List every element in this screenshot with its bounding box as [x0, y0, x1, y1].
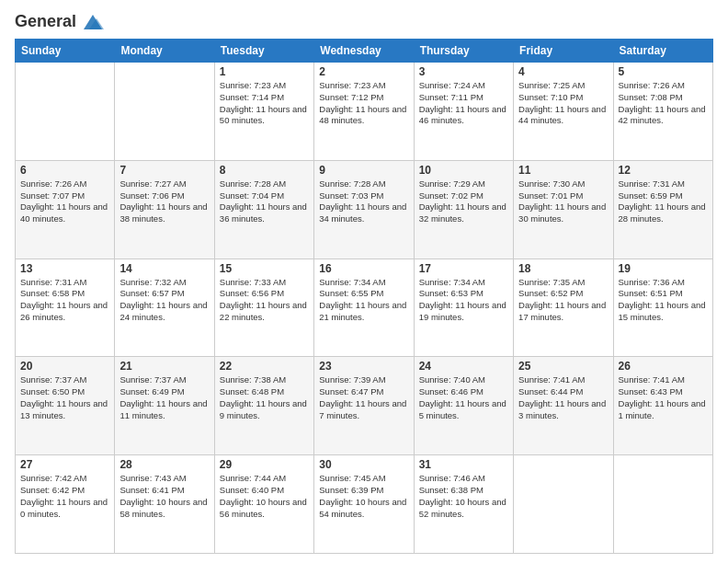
daylight-text: Daylight: 11 hours and 34 minutes.: [319, 201, 406, 224]
sunrise-text: Sunrise: 7:41 AM: [518, 374, 585, 385]
daylight-text: Daylight: 11 hours and 46 minutes.: [419, 104, 506, 126]
day-number: 15: [220, 262, 309, 275]
daylight-text: Daylight: 11 hours and 3 minutes.: [518, 398, 606, 420]
calendar-week-2: 6 Sunrise: 7:26 AM Sunset: 7:07 PM Dayli…: [16, 160, 713, 259]
calendar-week-4: 20 Sunrise: 7:37 AM Sunset: 6:50 PM Dayl…: [16, 357, 713, 455]
calendar-cell: 22 Sunrise: 7:38 AM Sunset: 6:48 PM Dayl…: [214, 357, 313, 455]
calendar-cell: 13 Sunrise: 7:31 AM Sunset: 6:58 PM Dayl…: [16, 259, 115, 357]
calendar-table: SundayMondayTuesdayWednesdayThursdayFrid…: [15, 39, 713, 554]
sunset-text: Sunset: 7:07 PM: [20, 190, 85, 201]
sunrise-text: Sunrise: 7:33 AM: [220, 277, 286, 287]
weekday-header-tuesday: Tuesday: [214, 40, 313, 63]
sunset-text: Sunset: 6:58 PM: [20, 288, 85, 298]
day-number: 26: [619, 360, 708, 373]
day-info: Sunrise: 7:23 AM Sunset: 7:12 PM Dayligh…: [319, 80, 408, 127]
sunset-text: Sunset: 6:48 PM: [220, 386, 284, 396]
sunset-text: Sunset: 7:14 PM: [220, 92, 284, 102]
sunrise-text: Sunrise: 7:23 AM: [220, 80, 286, 90]
sunset-text: Sunset: 6:39 PM: [319, 485, 383, 495]
day-info: Sunrise: 7:26 AM Sunset: 7:07 PM Dayligh…: [20, 178, 109, 225]
calendar-body: 1 Sunrise: 7:23 AM Sunset: 7:14 PM Dayli…: [16, 63, 713, 554]
calendar-cell: 20 Sunrise: 7:37 AM Sunset: 6:50 PM Dayl…: [16, 357, 115, 455]
daylight-text: Daylight: 11 hours and 30 minutes.: [518, 201, 606, 224]
sunset-text: Sunset: 7:03 PM: [319, 190, 383, 201]
sunrise-text: Sunrise: 7:25 AM: [518, 80, 585, 90]
calendar-cell: 10 Sunrise: 7:29 AM Sunset: 7:02 PM Dayl…: [414, 160, 513, 259]
calendar-cell: 28 Sunrise: 7:43 AM Sunset: 6:41 PM Dayl…: [115, 455, 214, 554]
sunrise-text: Sunrise: 7:37 AM: [20, 374, 86, 385]
daylight-text: Daylight: 11 hours and 42 minutes.: [619, 104, 706, 126]
calendar-cell: 21 Sunrise: 7:37 AM Sunset: 6:49 PM Dayl…: [115, 357, 214, 455]
calendar-cell: 9 Sunrise: 7:28 AM Sunset: 7:03 PM Dayli…: [314, 160, 414, 259]
calendar-cell: 18 Sunrise: 7:35 AM Sunset: 6:52 PM Dayl…: [514, 259, 613, 357]
day-number: 29: [220, 458, 309, 471]
day-number: 13: [20, 262, 109, 275]
day-info: Sunrise: 7:25 AM Sunset: 7:10 PM Dayligh…: [518, 80, 608, 127]
daylight-text: Daylight: 10 hours and 56 minutes.: [220, 497, 307, 519]
sunset-text: Sunset: 6:59 PM: [619, 190, 683, 201]
calendar-cell: 31 Sunrise: 7:46 AM Sunset: 6:38 PM Dayl…: [414, 455, 513, 554]
day-number: 28: [119, 458, 209, 471]
day-number: 16: [319, 262, 408, 275]
sunrise-text: Sunrise: 7:24 AM: [419, 80, 485, 90]
calendar-cell: 19 Sunrise: 7:36 AM Sunset: 6:51 PM Dayl…: [613, 259, 712, 357]
sunrise-text: Sunrise: 7:26 AM: [20, 178, 86, 189]
daylight-text: Daylight: 11 hours and 22 minutes.: [220, 300, 307, 322]
sunset-text: Sunset: 6:50 PM: [20, 386, 85, 396]
daylight-text: Daylight: 11 hours and 0 minutes.: [20, 497, 108, 519]
calendar-cell: 17 Sunrise: 7:34 AM Sunset: 6:53 PM Dayl…: [414, 259, 513, 357]
sunset-text: Sunset: 6:49 PM: [119, 386, 184, 396]
daylight-text: Daylight: 10 hours and 54 minutes.: [319, 497, 406, 519]
day-number: 30: [319, 458, 408, 471]
daylight-text: Daylight: 11 hours and 19 minutes.: [419, 300, 506, 322]
sunset-text: Sunset: 6:52 PM: [518, 288, 583, 298]
daylight-text: Daylight: 11 hours and 17 minutes.: [518, 300, 606, 322]
sunset-text: Sunset: 7:08 PM: [619, 92, 683, 102]
weekday-header-thursday: Thursday: [414, 40, 513, 63]
daylight-text: Daylight: 11 hours and 38 minutes.: [119, 201, 207, 224]
calendar-cell: [613, 455, 712, 554]
calendar-cell: 3 Sunrise: 7:24 AM Sunset: 7:11 PM Dayli…: [414, 63, 513, 161]
sunrise-text: Sunrise: 7:29 AM: [419, 178, 485, 189]
day-number: 25: [518, 360, 608, 373]
day-number: 1: [220, 65, 309, 78]
calendar-cell: 11 Sunrise: 7:30 AM Sunset: 7:01 PM Dayl…: [514, 160, 613, 259]
sunrise-text: Sunrise: 7:45 AM: [319, 473, 385, 483]
calendar-cell: [514, 455, 613, 554]
day-info: Sunrise: 7:34 AM Sunset: 6:55 PM Dayligh…: [319, 277, 408, 324]
sunset-text: Sunset: 6:43 PM: [619, 386, 683, 396]
day-number: 23: [319, 360, 408, 373]
sunrise-text: Sunrise: 7:31 AM: [619, 178, 685, 189]
calendar-week-1: 1 Sunrise: 7:23 AM Sunset: 7:14 PM Dayli…: [16, 63, 713, 161]
calendar-cell: 23 Sunrise: 7:39 AM Sunset: 6:47 PM Dayl…: [314, 357, 414, 455]
day-info: Sunrise: 7:44 AM Sunset: 6:40 PM Dayligh…: [220, 473, 309, 520]
daylight-text: Daylight: 11 hours and 32 minutes.: [419, 201, 506, 224]
sunrise-text: Sunrise: 7:28 AM: [220, 178, 286, 189]
sunrise-text: Sunrise: 7:37 AM: [119, 374, 186, 385]
calendar-cell: 25 Sunrise: 7:41 AM Sunset: 6:44 PM Dayl…: [514, 357, 613, 455]
day-info: Sunrise: 7:40 AM Sunset: 6:46 PM Dayligh…: [419, 374, 508, 421]
sunset-text: Sunset: 7:11 PM: [419, 92, 483, 102]
day-number: 2: [319, 65, 408, 78]
calendar-cell: 6 Sunrise: 7:26 AM Sunset: 7:07 PM Dayli…: [16, 160, 115, 259]
sunset-text: Sunset: 6:40 PM: [220, 485, 284, 495]
day-info: Sunrise: 7:39 AM Sunset: 6:47 PM Dayligh…: [319, 374, 408, 421]
daylight-text: Daylight: 11 hours and 50 minutes.: [220, 104, 307, 126]
day-number: 5: [619, 65, 708, 78]
calendar-cell: 29 Sunrise: 7:44 AM Sunset: 6:40 PM Dayl…: [214, 455, 313, 554]
sunset-text: Sunset: 6:41 PM: [119, 485, 184, 495]
calendar-cell: 14 Sunrise: 7:32 AM Sunset: 6:57 PM Dayl…: [115, 259, 214, 357]
daylight-text: Daylight: 11 hours and 28 minutes.: [619, 201, 706, 224]
sunrise-text: Sunrise: 7:30 AM: [518, 178, 585, 189]
daylight-text: Daylight: 11 hours and 11 minutes.: [119, 398, 207, 420]
day-number: 3: [419, 65, 508, 78]
page: General SundayMondayTuesdayWednesdayThur…: [0, 0, 728, 563]
sunrise-text: Sunrise: 7:42 AM: [20, 473, 86, 483]
day-number: 14: [119, 262, 209, 275]
calendar-cell: 1 Sunrise: 7:23 AM Sunset: 7:14 PM Dayli…: [214, 63, 313, 161]
daylight-text: Daylight: 11 hours and 26 minutes.: [20, 300, 108, 322]
day-number: 12: [619, 164, 708, 177]
sunrise-text: Sunrise: 7:39 AM: [319, 374, 385, 385]
sunset-text: Sunset: 7:01 PM: [518, 190, 583, 201]
calendar-cell: 15 Sunrise: 7:33 AM Sunset: 6:56 PM Dayl…: [214, 259, 313, 357]
